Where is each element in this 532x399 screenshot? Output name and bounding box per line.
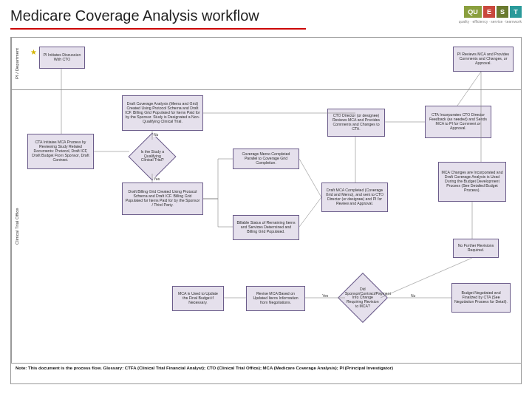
title-underline	[10, 28, 306, 30]
node-coverage-memo: Coverage Memo Completed Parallel to Cove…	[233, 149, 299, 169]
node-draft-billing: Draft Billing Grid Created Using Protoco…	[122, 183, 203, 215]
node-cta-incorporate: CTA Incorporates CTO Director Feedback (…	[425, 106, 491, 138]
logo-tile-qu: QU	[464, 6, 482, 18]
logo-tile-e: E	[483, 6, 495, 18]
glossary-note: Note: This document is the process flow.…	[11, 363, 521, 385]
node-draft-coverage: Draft Coverage Analysis (Memo and Grid) …	[122, 95, 203, 131]
star-icon: ★	[30, 48, 37, 56]
edge-yes-1: Yes	[153, 177, 160, 181]
svg-line-5	[299, 159, 321, 197]
svg-line-9	[457, 72, 481, 106]
node-is-qualifying: Is the Study a Qualifying Clinical Trial…	[128, 132, 176, 180]
node-draft-mca: Draft MCA Completed (Coverage Grid and M…	[321, 183, 388, 212]
node-budget-neg: Budget Negotiated and Finalized by CTA (…	[451, 283, 511, 313]
page-title: Medicare Coverage Analysis workflow	[10, 7, 259, 24]
node-mca-changes: MCA Changes are Incorporated and Draft C…	[438, 162, 506, 202]
edge-yes-2: Yes	[321, 293, 329, 298]
node-billable-status: Billable Status of Remaining Items and S…	[233, 215, 299, 240]
lane-label-cto: Clinical Trial Office	[11, 89, 22, 363]
lane-divider-1	[11, 89, 521, 90]
node-did-sponsor-label: Did Sponsor/Contract/Payment Info Change…	[345, 287, 381, 309]
logo-tile-s: S	[497, 6, 508, 18]
flow-canvas: PI / Department Clinical Trial Office No…	[10, 37, 522, 384]
node-is-qualifying-label: Is the Study a Qualifying Clinical Trial…	[138, 150, 166, 163]
node-cto-review: CTO Director (or designee) Reviews MCA a…	[327, 109, 385, 137]
node-cta-init: CTA Initiates MCA Process by Reviewing S…	[27, 134, 94, 169]
lane-label-pi: PI / Department	[11, 38, 22, 89]
quest-logo: QU E S T	[464, 6, 522, 18]
logo-tile-t: T	[510, 6, 522, 18]
node-revise-mca: Revise MCA Based on Updated Items Inform…	[246, 286, 305, 311]
slide: Medicare Coverage Analysis workflow QU E…	[0, 0, 532, 399]
node-did-sponsor: Did Sponsor/Contract/Payment Info Change…	[338, 273, 388, 323]
node-no-revisions: No Further Revisions Required.	[453, 239, 499, 258]
edge-no-2: No	[410, 293, 416, 298]
node-mca-update: MCA is Used to Update the Final Budget i…	[172, 286, 224, 311]
node-pi-review: PI Reviews MCA and Provides Comments and…	[453, 47, 514, 72]
logo-tagline: quality · efficiency · service · teamwor…	[459, 19, 522, 24]
node-pi-initiate: PI Initiates Discussion With CTO	[39, 47, 85, 69]
svg-line-6	[299, 197, 321, 227]
edge-no-1: No	[153, 132, 159, 137]
